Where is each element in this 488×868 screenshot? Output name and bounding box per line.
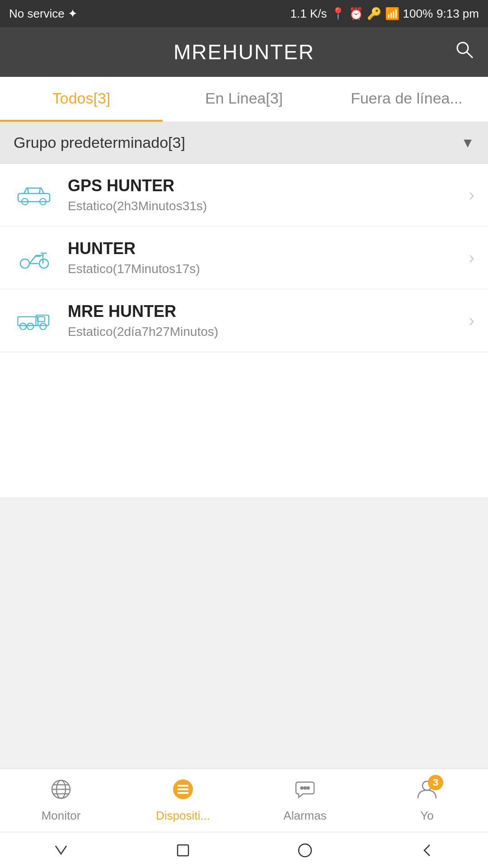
bottom-nav: Monitor Dispositi... Alarmas [0,769,488,832]
chat-icon [294,778,316,805]
svg-point-6 [39,259,48,268]
device-status: Estatico(2día7h27Minutos) [68,325,469,339]
globe-icon [50,778,72,805]
nav-devices[interactable]: Dispositi... [122,769,244,832]
svg-point-24 [304,787,306,789]
recent-apps-button[interactable] [169,841,197,859]
nav-monitor-label: Monitor [42,809,81,823]
app-header: MREHUNTER [0,27,488,77]
device-info: HUNTER Estatico(17Minutos17s) [68,239,469,276]
speed-label: 1.1 K/s [291,7,327,21]
battery-label: 100% [403,7,433,21]
device-name: GPS HUNTER [68,176,469,195]
nav-yo-badge-container: 3 [416,778,438,805]
device-info: MRE HUNTER Estatico(2día7h27Minutos) [68,302,469,339]
svg-point-5 [20,259,29,268]
home-button[interactable] [291,841,319,859]
scooter-icon [14,244,54,271]
device-status: Estatico(17Minutos17s) [68,262,469,276]
yo-badge-count: 3 [428,775,443,790]
chevron-right-icon: › [469,248,474,268]
svg-rect-22 [178,792,188,794]
back-button[interactable] [413,841,441,859]
svg-rect-20 [178,785,188,787]
chevron-right-icon: › [469,185,474,205]
alarm-icon: ⏰ [349,7,363,21]
device-status: Estatico(2h3Minutos31s) [68,199,469,213]
no-service-label: No service ✦ [9,7,78,21]
tab-todos[interactable]: Todos[3] [0,77,163,122]
svg-point-12 [40,323,46,330]
time-label: 9:13 pm [436,7,479,21]
status-bar: No service ✦ 1.1 K/s 📍 ⏰ 🔑 📶 100% 9:13 p… [0,0,488,27]
chevron-right-icon: › [469,311,474,330]
svg-point-28 [299,844,311,857]
svg-point-0 [457,42,468,53]
tabs-container: Todos[3] En Linea[3] Fuera de línea... [0,77,488,122]
svg-rect-21 [178,788,188,790]
svg-rect-9 [38,317,45,322]
svg-line-1 [467,52,473,58]
device-item[interactable]: HUNTER Estatico(17Minutos17s) › [0,226,488,289]
device-info: GPS HUNTER Estatico(2h3Minutos31s) [68,176,469,213]
search-icon[interactable] [455,40,474,64]
device-name: MRE HUNTER [68,302,469,321]
svg-rect-2 [18,193,50,202]
tab-en-linea[interactable]: En Linea[3] [163,77,325,122]
device-item[interactable]: GPS HUNTER Estatico(2h3Minutos31s) › [0,164,488,226]
group-title: Grupo predeterminado[3] [14,134,185,151]
nav-alarms-label: Alarmas [283,809,326,823]
system-bar [0,832,488,868]
group-header[interactable]: Grupo predeterminado[3] ▼ [0,122,488,164]
svg-point-11 [27,323,33,330]
nav-alarms[interactable]: Alarmas [244,769,366,832]
device-name: HUNTER [68,239,469,258]
status-right: 1.1 K/s 📍 ⏰ 🔑 📶 100% 9:13 pm [291,7,479,21]
wifi-icon: 📶 [385,7,399,21]
car-icon [14,181,54,208]
key-icon: 🔑 [367,7,381,21]
nav-yo[interactable]: 3 Yo [366,769,488,832]
empty-area [0,497,488,769]
nav-monitor[interactable]: Monitor [0,769,122,832]
down-button[interactable] [47,841,75,859]
status-left: No service ✦ [9,7,78,21]
list-icon [172,778,194,805]
svg-point-10 [20,323,26,330]
device-item[interactable]: MRE HUNTER Estatico(2día7h27Minutos) › [0,289,488,352]
device-list: GPS HUNTER Estatico(2h3Minutos31s) › HUN… [0,164,488,497]
nav-yo-label: Yo [420,809,433,823]
truck-icon [14,307,54,334]
dropdown-icon: ▼ [461,135,474,151]
app-title: MREHUNTER [174,40,314,64]
svg-point-23 [301,787,303,789]
svg-rect-27 [178,845,188,856]
nav-devices-label: Dispositi... [156,809,210,823]
svg-point-25 [307,787,310,789]
tab-fuera-de-linea[interactable]: Fuera de línea... [325,77,488,122]
location-icon: 📍 [331,7,345,21]
